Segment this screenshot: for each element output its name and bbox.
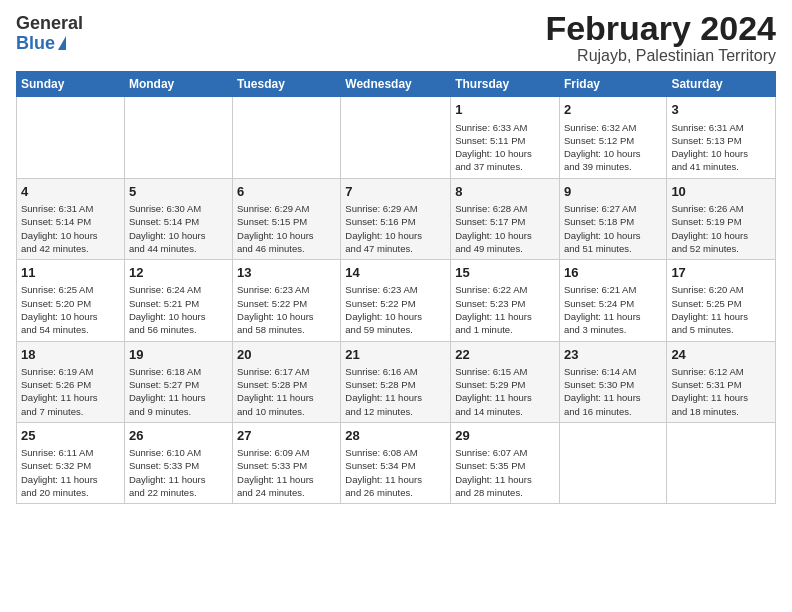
day-number: 11: [21, 264, 120, 282]
cell-info: Sunrise: 6:07 AM Sunset: 5:35 PM Dayligh…: [455, 446, 555, 499]
cell-info: Sunrise: 6:18 AM Sunset: 5:27 PM Dayligh…: [129, 365, 228, 418]
calendar-cell: [124, 97, 232, 178]
calendar-cell: 23Sunrise: 6:14 AM Sunset: 5:30 PM Dayli…: [559, 341, 666, 422]
day-number: 14: [345, 264, 446, 282]
main-title: February 2024: [545, 10, 776, 47]
day-number: 28: [345, 427, 446, 445]
day-number: 25: [21, 427, 120, 445]
logo-blue: Blue: [16, 34, 55, 54]
cell-info: Sunrise: 6:19 AM Sunset: 5:26 PM Dayligh…: [21, 365, 120, 418]
cell-info: Sunrise: 6:09 AM Sunset: 5:33 PM Dayligh…: [237, 446, 336, 499]
calendar-cell: 29Sunrise: 6:07 AM Sunset: 5:35 PM Dayli…: [451, 422, 560, 503]
day-number: 22: [455, 346, 555, 364]
cell-info: Sunrise: 6:10 AM Sunset: 5:33 PM Dayligh…: [129, 446, 228, 499]
calendar-week-0: 1Sunrise: 6:33 AM Sunset: 5:11 PM Daylig…: [17, 97, 776, 178]
col-tuesday: Tuesday: [233, 72, 341, 97]
day-number: 24: [671, 346, 771, 364]
day-number: 18: [21, 346, 120, 364]
day-number: 7: [345, 183, 446, 201]
col-sunday: Sunday: [17, 72, 125, 97]
calendar-cell: [233, 97, 341, 178]
calendar-cell: 26Sunrise: 6:10 AM Sunset: 5:33 PM Dayli…: [124, 422, 232, 503]
cell-info: Sunrise: 6:20 AM Sunset: 5:25 PM Dayligh…: [671, 283, 771, 336]
calendar-cell: 22Sunrise: 6:15 AM Sunset: 5:29 PM Dayli…: [451, 341, 560, 422]
logo-blue-row: Blue: [16, 34, 66, 54]
day-number: 17: [671, 264, 771, 282]
cell-info: Sunrise: 6:25 AM Sunset: 5:20 PM Dayligh…: [21, 283, 120, 336]
header-row: Sunday Monday Tuesday Wednesday Thursday…: [17, 72, 776, 97]
day-number: 2: [564, 101, 662, 119]
calendar-cell: [17, 97, 125, 178]
day-number: 6: [237, 183, 336, 201]
day-number: 12: [129, 264, 228, 282]
cell-info: Sunrise: 6:29 AM Sunset: 5:15 PM Dayligh…: [237, 202, 336, 255]
calendar-cell: 1Sunrise: 6:33 AM Sunset: 5:11 PM Daylig…: [451, 97, 560, 178]
day-number: 15: [455, 264, 555, 282]
day-number: 13: [237, 264, 336, 282]
calendar-cell: 10Sunrise: 6:26 AM Sunset: 5:19 PM Dayli…: [667, 178, 776, 259]
calendar-cell: 16Sunrise: 6:21 AM Sunset: 5:24 PM Dayli…: [559, 260, 666, 341]
cell-info: Sunrise: 6:14 AM Sunset: 5:30 PM Dayligh…: [564, 365, 662, 418]
calendar-cell: 11Sunrise: 6:25 AM Sunset: 5:20 PM Dayli…: [17, 260, 125, 341]
cell-info: Sunrise: 6:29 AM Sunset: 5:16 PM Dayligh…: [345, 202, 446, 255]
logo-general: General: [16, 14, 83, 34]
day-number: 27: [237, 427, 336, 445]
calendar-cell: [341, 97, 451, 178]
calendar-cell: 13Sunrise: 6:23 AM Sunset: 5:22 PM Dayli…: [233, 260, 341, 341]
cell-info: Sunrise: 6:12 AM Sunset: 5:31 PM Dayligh…: [671, 365, 771, 418]
col-thursday: Thursday: [451, 72, 560, 97]
cell-info: Sunrise: 6:16 AM Sunset: 5:28 PM Dayligh…: [345, 365, 446, 418]
sub-title: Rujayb, Palestinian Territory: [545, 47, 776, 65]
day-number: 3: [671, 101, 771, 119]
calendar-week-1: 4Sunrise: 6:31 AM Sunset: 5:14 PM Daylig…: [17, 178, 776, 259]
cell-info: Sunrise: 6:30 AM Sunset: 5:14 PM Dayligh…: [129, 202, 228, 255]
calendar-cell: [559, 422, 666, 503]
title-block: February 2024 Rujayb, Palestinian Territ…: [545, 10, 776, 65]
day-number: 4: [21, 183, 120, 201]
cell-info: Sunrise: 6:08 AM Sunset: 5:34 PM Dayligh…: [345, 446, 446, 499]
calendar-cell: 5Sunrise: 6:30 AM Sunset: 5:14 PM Daylig…: [124, 178, 232, 259]
cell-info: Sunrise: 6:21 AM Sunset: 5:24 PM Dayligh…: [564, 283, 662, 336]
calendar-cell: 19Sunrise: 6:18 AM Sunset: 5:27 PM Dayli…: [124, 341, 232, 422]
cell-info: Sunrise: 6:27 AM Sunset: 5:18 PM Dayligh…: [564, 202, 662, 255]
day-number: 20: [237, 346, 336, 364]
logo-triangle-icon: [58, 36, 66, 50]
cell-info: Sunrise: 6:15 AM Sunset: 5:29 PM Dayligh…: [455, 365, 555, 418]
calendar-cell: 12Sunrise: 6:24 AM Sunset: 5:21 PM Dayli…: [124, 260, 232, 341]
logo: General Blue: [16, 14, 83, 54]
cell-info: Sunrise: 6:24 AM Sunset: 5:21 PM Dayligh…: [129, 283, 228, 336]
calendar-cell: 28Sunrise: 6:08 AM Sunset: 5:34 PM Dayli…: [341, 422, 451, 503]
day-number: 16: [564, 264, 662, 282]
calendar-cell: 27Sunrise: 6:09 AM Sunset: 5:33 PM Dayli…: [233, 422, 341, 503]
calendar-cell: 24Sunrise: 6:12 AM Sunset: 5:31 PM Dayli…: [667, 341, 776, 422]
col-wednesday: Wednesday: [341, 72, 451, 97]
cell-info: Sunrise: 6:31 AM Sunset: 5:14 PM Dayligh…: [21, 202, 120, 255]
calendar-cell: 3Sunrise: 6:31 AM Sunset: 5:13 PM Daylig…: [667, 97, 776, 178]
calendar-cell: 25Sunrise: 6:11 AM Sunset: 5:32 PM Dayli…: [17, 422, 125, 503]
calendar-cell: 8Sunrise: 6:28 AM Sunset: 5:17 PM Daylig…: [451, 178, 560, 259]
day-number: 26: [129, 427, 228, 445]
calendar-cell: 17Sunrise: 6:20 AM Sunset: 5:25 PM Dayli…: [667, 260, 776, 341]
col-monday: Monday: [124, 72, 232, 97]
calendar-cell: 21Sunrise: 6:16 AM Sunset: 5:28 PM Dayli…: [341, 341, 451, 422]
cell-info: Sunrise: 6:22 AM Sunset: 5:23 PM Dayligh…: [455, 283, 555, 336]
calendar-cell: 4Sunrise: 6:31 AM Sunset: 5:14 PM Daylig…: [17, 178, 125, 259]
day-number: 5: [129, 183, 228, 201]
cell-info: Sunrise: 6:32 AM Sunset: 5:12 PM Dayligh…: [564, 121, 662, 174]
day-number: 1: [455, 101, 555, 119]
calendar-cell: 9Sunrise: 6:27 AM Sunset: 5:18 PM Daylig…: [559, 178, 666, 259]
cell-info: Sunrise: 6:23 AM Sunset: 5:22 PM Dayligh…: [345, 283, 446, 336]
cell-info: Sunrise: 6:33 AM Sunset: 5:11 PM Dayligh…: [455, 121, 555, 174]
calendar-cell: 15Sunrise: 6:22 AM Sunset: 5:23 PM Dayli…: [451, 260, 560, 341]
calendar-table: Sunday Monday Tuesday Wednesday Thursday…: [16, 71, 776, 504]
calendar-week-2: 11Sunrise: 6:25 AM Sunset: 5:20 PM Dayli…: [17, 260, 776, 341]
calendar-week-3: 18Sunrise: 6:19 AM Sunset: 5:26 PM Dayli…: [17, 341, 776, 422]
cell-info: Sunrise: 6:17 AM Sunset: 5:28 PM Dayligh…: [237, 365, 336, 418]
col-friday: Friday: [559, 72, 666, 97]
cell-info: Sunrise: 6:28 AM Sunset: 5:17 PM Dayligh…: [455, 202, 555, 255]
calendar-week-4: 25Sunrise: 6:11 AM Sunset: 5:32 PM Dayli…: [17, 422, 776, 503]
day-number: 10: [671, 183, 771, 201]
calendar-cell: 18Sunrise: 6:19 AM Sunset: 5:26 PM Dayli…: [17, 341, 125, 422]
calendar-cell: 14Sunrise: 6:23 AM Sunset: 5:22 PM Dayli…: [341, 260, 451, 341]
header: General Blue February 2024 Rujayb, Pales…: [16, 10, 776, 65]
